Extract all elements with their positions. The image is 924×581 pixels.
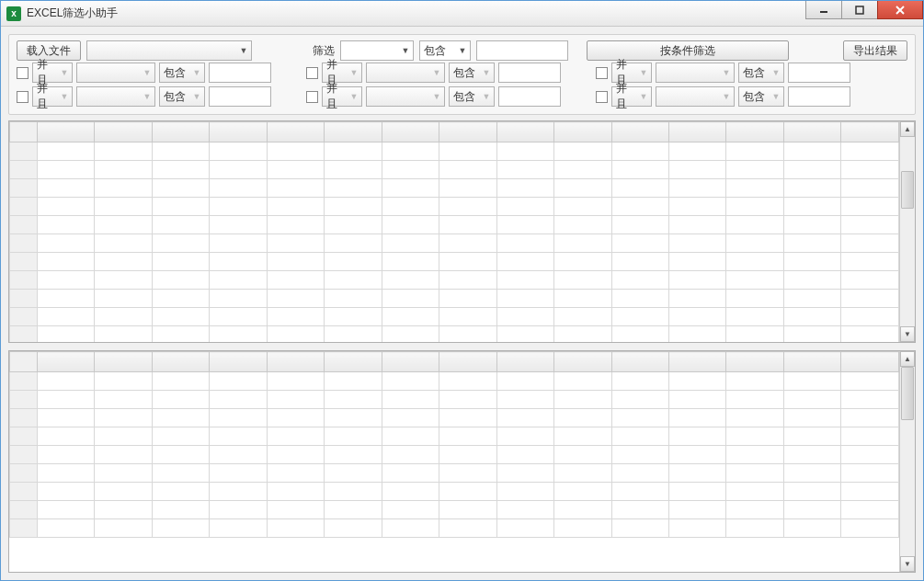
- column-header[interactable]: [439, 122, 496, 142]
- cell[interactable]: [496, 179, 553, 198]
- cell[interactable]: [496, 216, 553, 234]
- cell[interactable]: [267, 198, 324, 216]
- column-header[interactable]: [783, 352, 840, 372]
- cell[interactable]: [267, 179, 324, 198]
- cell[interactable]: [95, 271, 152, 290]
- cell[interactable]: [210, 427, 267, 446]
- cell[interactable]: [10, 179, 38, 198]
- column-header[interactable]: [267, 122, 324, 142]
- cell[interactable]: [210, 409, 267, 427]
- cell[interactable]: [152, 142, 209, 161]
- cell[interactable]: [611, 271, 668, 290]
- cell[interactable]: [783, 326, 840, 343]
- cell[interactable]: [439, 409, 496, 427]
- op-combo[interactable]: 包含▼: [449, 86, 495, 107]
- top-grid-body[interactable]: [9, 121, 899, 342]
- cell[interactable]: [554, 501, 611, 519]
- cell[interactable]: [668, 483, 725, 501]
- cell[interactable]: [325, 253, 382, 271]
- cell[interactable]: [554, 253, 611, 271]
- cell[interactable]: [95, 253, 152, 271]
- cell[interactable]: [611, 161, 668, 179]
- filter-value-input[interactable]: [498, 63, 561, 83]
- cell[interactable]: [841, 290, 899, 308]
- cell[interactable]: [38, 216, 95, 234]
- cell[interactable]: [841, 372, 899, 391]
- cell[interactable]: [325, 519, 382, 538]
- cell[interactable]: [841, 142, 899, 161]
- cell[interactable]: [152, 290, 209, 308]
- cell[interactable]: [38, 409, 95, 427]
- cell[interactable]: [210, 519, 267, 538]
- cell[interactable]: [10, 519, 38, 538]
- column-header[interactable]: [783, 122, 840, 142]
- filter-value-input[interactable]: [476, 40, 568, 61]
- cell[interactable]: [611, 308, 668, 326]
- cell[interactable]: [439, 216, 496, 234]
- cell[interactable]: [439, 372, 496, 391]
- column-header[interactable]: [95, 352, 152, 372]
- cell[interactable]: [267, 464, 324, 483]
- column-header[interactable]: [554, 352, 611, 372]
- cell[interactable]: [783, 234, 840, 253]
- cell[interactable]: [783, 519, 840, 538]
- cell[interactable]: [210, 198, 267, 216]
- cell[interactable]: [439, 483, 496, 501]
- cell[interactable]: [382, 326, 439, 343]
- cell[interactable]: [152, 271, 209, 290]
- column-header[interactable]: [38, 352, 95, 372]
- column-header[interactable]: [152, 122, 209, 142]
- cell[interactable]: [210, 501, 267, 519]
- cell[interactable]: [152, 409, 209, 427]
- cell[interactable]: [668, 464, 725, 483]
- cell[interactable]: [783, 501, 840, 519]
- cell[interactable]: [38, 427, 95, 446]
- column-header[interactable]: [210, 352, 267, 372]
- column-header[interactable]: [668, 122, 725, 142]
- cell[interactable]: [152, 464, 209, 483]
- cell[interactable]: [783, 198, 840, 216]
- cell[interactable]: [152, 427, 209, 446]
- cell[interactable]: [554, 161, 611, 179]
- cell[interactable]: [439, 391, 496, 409]
- field-combo[interactable]: ▼: [656, 63, 735, 83]
- cell[interactable]: [10, 198, 38, 216]
- cell[interactable]: [10, 391, 38, 409]
- cell[interactable]: [841, 519, 899, 538]
- logic-combo[interactable]: 并且▼: [322, 86, 362, 107]
- cell[interactable]: [95, 161, 152, 179]
- cell[interactable]: [783, 372, 840, 391]
- cell[interactable]: [382, 142, 439, 161]
- logic-combo[interactable]: 并且▼: [32, 86, 73, 107]
- cell[interactable]: [439, 427, 496, 446]
- cell[interactable]: [95, 427, 152, 446]
- column-header[interactable]: [382, 352, 439, 372]
- cell[interactable]: [439, 142, 496, 161]
- cell[interactable]: [325, 483, 382, 501]
- close-button[interactable]: [877, 1, 923, 19]
- cell[interactable]: [496, 391, 553, 409]
- cell[interactable]: [325, 216, 382, 234]
- column-header[interactable]: [726, 352, 783, 372]
- cell[interactable]: [152, 446, 209, 464]
- cell[interactable]: [496, 234, 553, 253]
- cell[interactable]: [95, 372, 152, 391]
- cell[interactable]: [554, 234, 611, 253]
- cell[interactable]: [382, 179, 439, 198]
- cell[interactable]: [668, 253, 725, 271]
- cell[interactable]: [726, 253, 783, 271]
- cell[interactable]: [10, 271, 38, 290]
- cell[interactable]: [152, 501, 209, 519]
- cell[interactable]: [382, 253, 439, 271]
- cell[interactable]: [841, 234, 899, 253]
- cell[interactable]: [726, 290, 783, 308]
- cell[interactable]: [668, 372, 725, 391]
- cell[interactable]: [726, 308, 783, 326]
- cell[interactable]: [10, 290, 38, 308]
- filter-op-combo[interactable]: 包含 ▼: [419, 40, 471, 61]
- cell[interactable]: [439, 271, 496, 290]
- cell[interactable]: [325, 391, 382, 409]
- cell[interactable]: [726, 326, 783, 343]
- cell[interactable]: [10, 427, 38, 446]
- column-header[interactable]: [210, 122, 267, 142]
